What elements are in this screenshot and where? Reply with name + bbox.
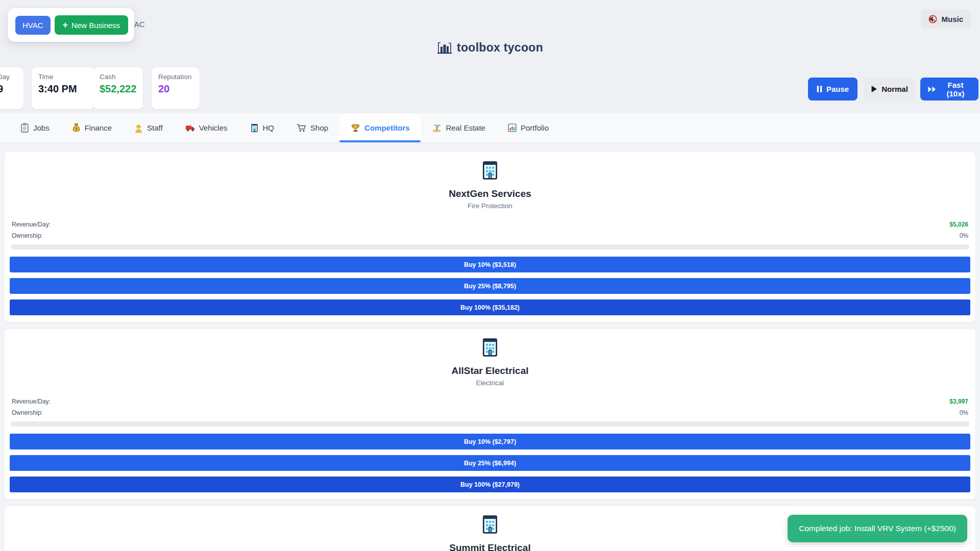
stat-card-reputation: Reputation20 [152, 67, 200, 109]
buy-100-button[interactable]: Buy 100% ($27,979) [10, 477, 970, 492]
competitor-name: Summit Electrical [5, 542, 975, 551]
plus-icon: + [63, 20, 68, 30]
competitor-name: NextGen Services [5, 188, 975, 199]
svg-text:$: $ [75, 127, 78, 131]
stat-label: Cash [100, 73, 136, 81]
tab-label: Shop [310, 123, 328, 132]
buy-10-button[interactable]: Buy 10% ($3,518) [10, 257, 970, 272]
fast-icon [928, 86, 936, 92]
music-label: Music [941, 15, 963, 23]
tab-label: Real Estate [446, 123, 485, 132]
revenue-value: $5,026 [949, 221, 968, 228]
ownership-progress-bar [11, 421, 969, 427]
ownership-value: 0% [960, 409, 968, 416]
trophy-icon [351, 123, 360, 133]
tab-competitors[interactable]: Competitors [339, 113, 421, 142]
music-toggle-button[interactable]: Music [921, 10, 971, 29]
main-tab-bar: Jobs$FinanceStaffVehiclesHQShopCompetito… [0, 113, 980, 143]
play-icon [871, 86, 877, 92]
worker-icon [134, 123, 143, 133]
revenue-row: Revenue/Day:$3,997 [5, 398, 975, 405]
tab-jobs[interactable]: Jobs [9, 113, 61, 142]
cart-icon [297, 123, 306, 132]
tab-label: HQ [263, 123, 275, 132]
tab-vehicles[interactable]: Vehicles [174, 113, 239, 142]
stat-value: 20 [158, 83, 193, 95]
competitor-card: NextGen ServicesFire ProtectionRevenue/D… [4, 152, 976, 322]
competitor-industry: Fire Protection [5, 202, 975, 210]
tab-real-estate[interactable]: Real Estate [421, 113, 497, 142]
buy-25-button[interactable]: Buy 25% ($8,795) [10, 278, 970, 294]
chart-icon [508, 123, 517, 132]
stat-card-cash: Cash$52,222 [93, 67, 143, 109]
moneybag-icon: $ [72, 123, 81, 133]
stat-label: Day [0, 73, 17, 81]
muted-speaker-icon [928, 15, 937, 23]
tab-label: Jobs [33, 123, 50, 132]
revenue-label: Revenue/Day: [12, 398, 51, 405]
ownership-progress-bar [11, 244, 969, 249]
ownership-value: 0% [960, 232, 968, 239]
normal-speed-button[interactable]: Normal [864, 78, 915, 101]
truck-icon [185, 124, 195, 132]
buy-100-button[interactable]: Buy 100% ($35,182) [10, 299, 970, 315]
tab-portfolio[interactable]: Portfolio [497, 113, 560, 142]
ownership-label: Ownership: [12, 232, 43, 239]
competitor-industry: Electrical [5, 379, 975, 387]
speed-button-label: Fast (10x) [940, 81, 971, 98]
building-large-icon [480, 514, 500, 535]
ownership-row: Ownership:0% [5, 232, 975, 239]
competitor-name: AllStar Electrical [5, 365, 975, 377]
job-completed-toast: Completed job: Install VRV System (+$250… [788, 515, 967, 542]
competitors-panel: NextGen ServicesFire ProtectionRevenue/D… [0, 143, 980, 551]
stat-card-day: Day9 [0, 67, 23, 109]
tab-staff[interactable]: Staff [123, 113, 174, 142]
buy-25-button[interactable]: Buy 25% ($6,994) [10, 455, 970, 471]
building-large-icon [480, 160, 500, 181]
revenue-label: Revenue/Day: [12, 221, 51, 228]
competitor-card: AllStar ElectricalElectricalRevenue/Day:… [4, 329, 976, 499]
revenue-value: $3,997 [949, 398, 968, 405]
business-switcher-panel: HVAC + New Business [8, 8, 134, 42]
stat-label: Time [38, 73, 88, 81]
app-header: toolbox tycoon [0, 41, 980, 55]
new-business-button[interactable]: + New Business [55, 15, 129, 35]
building-large-icon [480, 337, 500, 358]
tab-shop[interactable]: Shop [285, 113, 339, 142]
tab-hq[interactable]: HQ [239, 113, 286, 142]
fast-speed-button[interactable]: Fast (10x) [920, 78, 978, 101]
construction-crane-icon [437, 41, 452, 54]
speed-button-label: Normal [881, 85, 908, 93]
pause-speed-button[interactable]: Pause [808, 78, 857, 101]
tab-label: Competitors [364, 123, 409, 132]
new-business-label: New Business [71, 21, 120, 30]
tab-label: Vehicles [199, 123, 228, 132]
current-business-button[interactable]: HVAC [15, 16, 51, 35]
building-icon [250, 123, 259, 133]
ownership-row: Ownership:0% [5, 409, 975, 416]
island-icon [432, 123, 442, 133]
pause-icon [817, 86, 822, 92]
clipboard-icon [20, 123, 29, 133]
tab-label: Staff [147, 123, 163, 132]
tab-label: Finance [85, 123, 112, 132]
stat-label: Reputation [158, 73, 193, 81]
tab-finance[interactable]: $Finance [61, 113, 123, 142]
page-title: toolbox tycoon [457, 41, 543, 55]
buy-10-button[interactable]: Buy 10% ($2,797) [10, 434, 970, 449]
stat-value: 3:40 PM [38, 83, 88, 95]
speed-button-label: Pause [826, 85, 849, 93]
stat-card-time: Time3:40 PM [32, 67, 94, 109]
stat-value: $52,222 [100, 83, 136, 95]
ownership-label: Ownership: [12, 409, 43, 416]
revenue-row: Revenue/Day:$5,026 [5, 221, 975, 228]
tab-label: Portfolio [521, 123, 549, 132]
stat-value: 9 [0, 83, 17, 95]
